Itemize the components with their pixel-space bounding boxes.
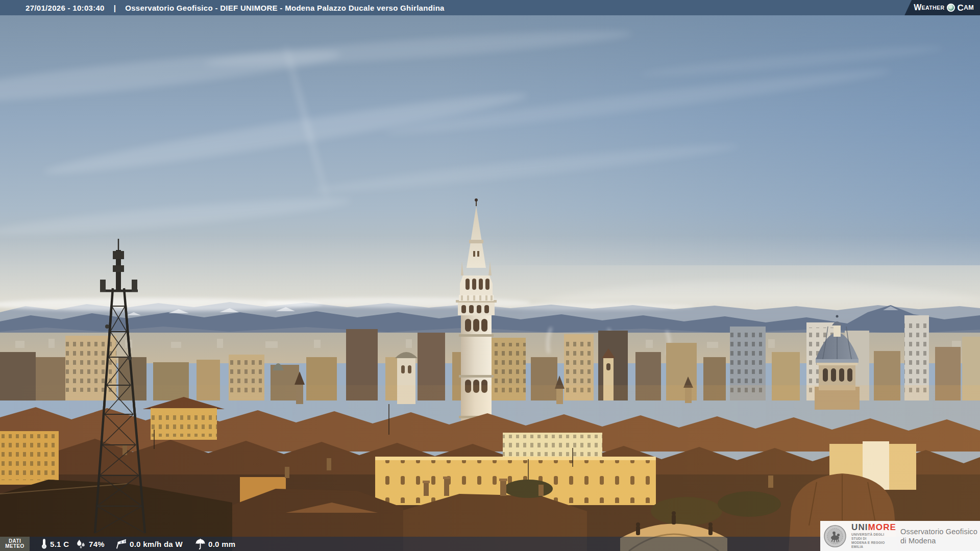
camera-title: Osservatorio Geofisico - DIEF UNIMORE - … — [125, 4, 445, 12]
rain-reading: 0.0 mm — [195, 537, 236, 551]
wind-reading: 0.0 km/h da W — [115, 537, 183, 551]
weathercam-logo-text: AM — [964, 5, 974, 11]
top-bar: 27/01/2026 - 10:03:40 | Osservatorio Geo… — [0, 0, 980, 15]
unimore-brand-box: UNIMORE UNIVERSITÀ DEGLI STUDI DI MODENA… — [820, 521, 980, 551]
temperature-reading: 5.1 C — [41, 537, 69, 551]
droplets-icon — [75, 538, 86, 549]
unimore-seal-icon — [824, 525, 846, 547]
timestamp: 27/01/2026 - 10:03:40 — [26, 4, 105, 12]
unimore-more: MORE — [868, 522, 896, 532]
windsock-icon — [115, 538, 127, 549]
dati-meteo-label: DATI METEO — [0, 537, 30, 551]
unimore-subtitle-line2: MODENA E REGGIO EMILIA — [851, 541, 895, 549]
temperature-value: 5.1 C — [50, 540, 69, 548]
separator: | — [114, 4, 116, 12]
weathercam-dot-icon — [947, 4, 955, 12]
weathercam-logo-text: W — [914, 4, 921, 12]
unimore-uni: UNI — [851, 522, 868, 532]
rain-value: 0.0 mm — [208, 540, 236, 548]
weathercam-logo-text: C — [957, 4, 964, 12]
observatory-name-line2: di Modena — [900, 536, 977, 545]
wind-value: 0.0 km/h da W — [130, 540, 183, 548]
thermometer-icon — [41, 538, 47, 549]
webcam-photo — [0, 0, 980, 551]
observatory-name-line1: Osservatorio Geofisico — [900, 527, 977, 536]
unimore-subtitle-line1: UNIVERSITÀ DEGLI STUDI DI — [851, 533, 895, 541]
humidity-reading: 74% — [75, 537, 105, 551]
observatory-name: Osservatorio Geofisico di Modena — [900, 527, 977, 545]
dati-meteo-line2: METEO — [5, 544, 24, 549]
humidity-value: 74% — [89, 540, 105, 548]
weathercam-logo: WEATHER CAM — [904, 0, 980, 15]
unimore-wordmark: UNIMORE UNIVERSITÀ DEGLI STUDI DI MODENA… — [851, 523, 895, 549]
webcam-view: 27/01/2026 - 10:03:40 | Osservatorio Geo… — [0, 0, 980, 551]
weathercam-logo-text: EATHER — [922, 5, 945, 11]
umbrella-icon — [195, 538, 206, 549]
